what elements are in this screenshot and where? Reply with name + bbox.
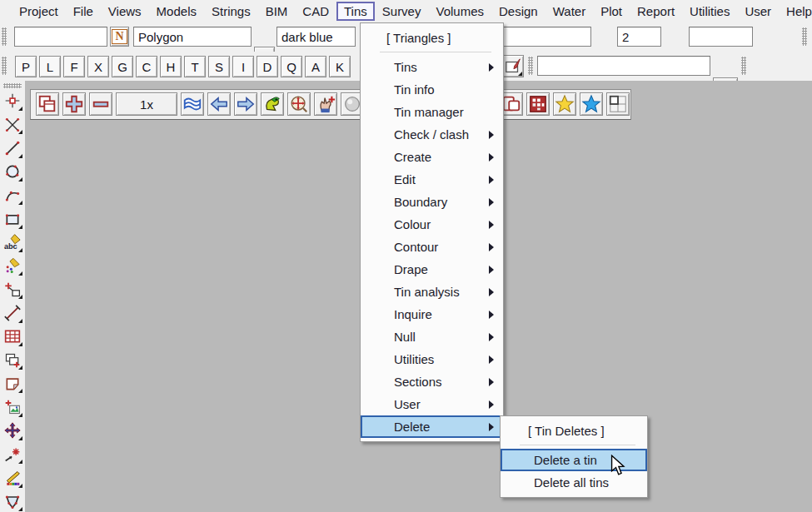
menu-item-utilities[interactable]: Utilities — [361, 348, 503, 370]
zoom-out-button[interactable] — [89, 92, 112, 116]
next-view-button[interactable] — [234, 92, 257, 116]
menu-survey[interactable]: Survey — [375, 2, 429, 20]
snap-button-q[interactable]: Q — [281, 56, 302, 77]
menu-item-check-clash[interactable]: Check / clash — [361, 123, 503, 146]
search-input[interactable] — [537, 56, 710, 76]
create-text-button[interactable]: abc — [2, 232, 23, 253]
menu-item-tin-info[interactable]: Tin info — [361, 78, 503, 101]
previous-view-button[interactable] — [207, 92, 231, 116]
menu-models[interactable]: Models — [149, 2, 204, 20]
move-button[interactable] — [2, 420, 23, 441]
snap-button-a[interactable]: A — [305, 56, 326, 77]
snap-button-i[interactable]: I — [232, 56, 254, 77]
menu-file[interactable]: File — [66, 2, 101, 20]
menu-item-drape[interactable]: Drape — [361, 258, 503, 281]
menu-item-tins[interactable]: Tins — [361, 56, 503, 78]
menu-utilities[interactable]: Utilities — [682, 2, 737, 20]
submenu-arrow-icon — [489, 243, 494, 251]
cad-toolbar-end-grip[interactable] — [802, 27, 807, 46]
snap-button-x[interactable]: X — [87, 56, 109, 77]
window-layout-button[interactable] — [606, 92, 630, 116]
snap-button-t[interactable]: T — [184, 56, 206, 77]
create-circle-button[interactable] — [2, 162, 23, 182]
menu-item-sections[interactable]: Sections — [361, 370, 503, 393]
spray-points-button[interactable] — [2, 256, 23, 276]
table-button[interactable] — [2, 326, 23, 347]
menu-separator — [380, 52, 491, 52]
submenu-header-tin-deletes[interactable]: [ Tin Deletes ] — [501, 420, 647, 442]
rotate-button[interactable] — [2, 444, 23, 465]
menu-item-colour[interactable]: Colour — [361, 213, 503, 236]
fold-shape-button[interactable] — [2, 373, 23, 394]
menu-volumes[interactable]: Volumes — [428, 2, 491, 20]
cad-field3-input[interactable] — [689, 27, 753, 47]
paste-point-button[interactable] — [2, 279, 23, 300]
insert-image-button[interactable] — [2, 396, 23, 417]
zoom-in-button[interactable] — [62, 92, 86, 116]
menu-item-contour[interactable]: Contour — [361, 236, 503, 258]
cad-name-input[interactable] — [14, 27, 107, 47]
menu-strings[interactable]: Strings — [204, 2, 258, 20]
snap-toolbar-grip[interactable] — [2, 57, 7, 75]
menu-item-edit[interactable]: Edit — [361, 168, 503, 191]
menu-plot[interactable]: Plot — [593, 2, 630, 20]
create-line-button[interactable] — [2, 137, 23, 158]
snap-button-k[interactable]: K — [329, 56, 351, 77]
cad-toolbar-grip[interactable] — [2, 27, 7, 46]
pan-button[interactable] — [314, 92, 337, 116]
measure-button[interactable] — [2, 302, 23, 323]
create-arc-button[interactable] — [2, 185, 23, 206]
copy-elements-button[interactable] — [2, 350, 23, 370]
menu-header-triangles[interactable]: [ Triangles ] — [361, 27, 503, 49]
view-menu-button[interactable] — [36, 92, 59, 116]
birdseye-button[interactable] — [261, 92, 284, 116]
snap-button-c[interactable]: C — [136, 56, 157, 77]
menu-item-boundary[interactable]: Boundary — [361, 191, 503, 213]
menu-report[interactable]: Report — [630, 2, 682, 20]
cad-weight-input[interactable] — [617, 27, 661, 47]
menu-cad[interactable]: CAD — [295, 2, 336, 20]
menu-item-null[interactable]: Null — [361, 326, 503, 348]
sidebar-grip[interactable] — [3, 83, 22, 88]
snap-button-l[interactable]: L — [39, 56, 61, 77]
grid-settings-button[interactable] — [526, 92, 550, 116]
menu-item-label: Sections — [394, 375, 442, 389]
menu-item-tin-manager[interactable]: Tin manager — [361, 101, 503, 123]
bookmarks-button[interactable] — [580, 92, 603, 116]
cad-colour-input[interactable] — [276, 27, 356, 47]
snap-button-d[interactable]: D — [257, 56, 278, 77]
menu-item-inquire[interactable]: Inquire — [361, 303, 503, 326]
create-point-button[interactable] — [2, 91, 23, 112]
menu-project[interactable]: Project — [12, 2, 66, 20]
folders-grip[interactable] — [741, 57, 746, 75]
menu-tins[interactable]: Tins — [336, 2, 375, 21]
snap-button-h[interactable]: H — [160, 56, 182, 77]
menu-design[interactable]: Design — [491, 2, 545, 20]
cad-style-input[interactable] — [133, 27, 252, 47]
menu-help[interactable]: Help — [779, 2, 812, 20]
create-rectangle-button[interactable] — [2, 208, 23, 229]
cad-name-button[interactable]: N — [110, 27, 129, 47]
snap-button-s[interactable]: S — [208, 56, 230, 77]
snap-button-f[interactable]: F — [63, 56, 85, 77]
zoom-extents-button[interactable] — [287, 92, 311, 116]
favourites-button[interactable] — [553, 92, 576, 116]
snap-button-g[interactable]: G — [112, 56, 133, 77]
menu-item-delete[interactable]: Delete — [361, 415, 503, 438]
menu-water[interactable]: Water — [545, 2, 593, 20]
colour-line-button[interactable] — [2, 467, 23, 488]
menu-item-create[interactable]: Create — [361, 146, 503, 168]
menu-user[interactable]: User — [737, 2, 779, 20]
menu-item-tin-analysis[interactable]: Tin analysis — [361, 281, 503, 303]
menu-bim[interactable]: BIM — [258, 2, 296, 20]
polygon-button[interactable] — [2, 491, 23, 512]
search-toolbar-grip[interactable] — [528, 57, 533, 75]
fit-view-button[interactable] — [181, 92, 204, 116]
snap-button-p[interactable]: P — [15, 56, 37, 77]
zoom-factor-button[interactable]: 1x — [116, 92, 177, 116]
menu-item-user[interactable]: User — [361, 393, 503, 415]
intersect-button[interactable] — [2, 114, 23, 135]
menu-views[interactable]: Views — [101, 2, 149, 20]
plot-frame-button[interactable] — [501, 55, 524, 77]
move-arrows-icon — [4, 422, 21, 439]
